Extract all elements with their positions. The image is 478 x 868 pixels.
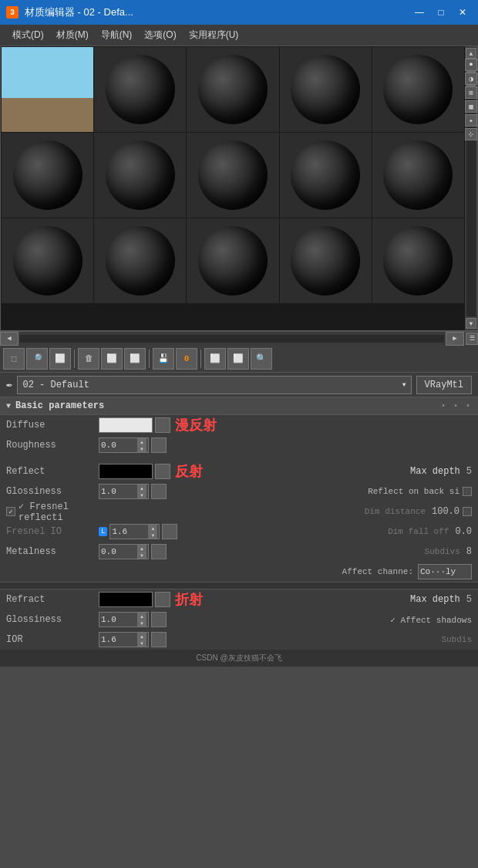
material-type-button[interactable]: VRayMtl — [416, 376, 472, 394]
ior-spin-up[interactable]: ▲ — [137, 633, 146, 640]
minimize-button[interactable]: — — [410, 5, 429, 20]
fresnel-ior-spinbox[interactable]: 1.6 ▲ ▼ — [109, 524, 160, 539]
tool-select[interactable]: ⬜ — [49, 348, 71, 370]
tool-search[interactable]: 🔍 — [251, 348, 272, 370]
preview-cell-2[interactable] — [187, 47, 278, 132]
ior-spin-arrows[interactable]: ▲ ▼ — [137, 633, 146, 647]
watermark: CSDN @灰皮技猫不会飞 — [0, 650, 478, 667]
affect-channel-row: Affect channe: Co···ly — [0, 562, 478, 582]
ior-spin-down[interactable]: ▼ — [137, 640, 146, 647]
scroll-right-button[interactable]: ▶ — [446, 332, 464, 346]
tool-show-preview[interactable]: ⬚ — [3, 348, 25, 370]
scroll-left-button[interactable]: ◀ — [0, 332, 19, 346]
affect-channel-dropdown[interactable]: Co···ly — [418, 564, 472, 579]
scroll-menu-button[interactable]: ☰ — [466, 333, 478, 345]
roughness-map-button[interactable] — [151, 437, 167, 453]
roughness-spin-down[interactable]: ▼ — [137, 445, 146, 452]
menu-material[interactable]: 材质(M) — [50, 26, 95, 44]
side-tool-4[interactable]: ▦ — [465, 100, 477, 113]
preview-scrollbar-vertical[interactable]: ▲ ▼ ● ◑ ⊞ ▦ ✦ ⊹ — [465, 46, 477, 330]
preview-cell-1[interactable] — [94, 47, 186, 132]
reflect-map-button[interactable] — [155, 464, 170, 479]
glossiness-spinbox[interactable]: 1.0 ▲ ▼ — [99, 484, 149, 499]
glossiness-spin-up[interactable]: ▲ — [137, 485, 146, 491]
glossiness2-spin-down[interactable]: ▼ — [137, 620, 146, 627]
fresnel-checkbox[interactable]: ✓ — [6, 507, 15, 516]
glossiness2-map-button[interactable] — [151, 612, 167, 627]
side-tool-2[interactable]: ◑ — [465, 73, 477, 85]
metalness-spin-up[interactable]: ▲ — [137, 545, 146, 552]
title-bar-left: 3 材质编辑器 - 02 - Defa... — [6, 5, 133, 19]
window-controls: — □ ✕ — [410, 5, 472, 20]
fresnel-ior-label: Fresnel IO — [6, 526, 99, 537]
horizontal-scroll[interactable]: ◀ ▶ ☰ — [0, 331, 478, 345]
metalness-spin-arrows[interactable]: ▲ ▼ — [137, 545, 146, 559]
glossiness-map-button[interactable] — [151, 484, 167, 499]
glossiness2-spinbox[interactable]: 1.0 ▲ ▼ — [99, 612, 149, 627]
preview-cell-10[interactable] — [2, 218, 93, 303]
scroll-up-button[interactable]: ▲ — [466, 48, 476, 59]
side-tool-5[interactable]: ✦ — [465, 114, 477, 127]
reflect-color-picker[interactable] — [99, 464, 153, 479]
menu-options[interactable]: 选项(O) — [138, 26, 182, 44]
preview-cell-env[interactable] — [2, 47, 93, 132]
side-tool-1[interactable]: ● — [465, 59, 477, 71]
glossiness2-spin-arrows[interactable]: ▲ ▼ — [137, 613, 146, 627]
preview-cell-11[interactable] — [94, 218, 186, 303]
tool-render[interactable]: ⬜ — [204, 348, 226, 370]
tool-copy[interactable]: ⬜ — [101, 348, 123, 370]
maximize-button[interactable]: □ — [432, 5, 450, 20]
material-name-dropdown[interactable]: 02 - Default ▼ — [17, 376, 411, 394]
reflect-on-back-checkbox[interactable] — [463, 487, 472, 496]
refract-color-picker[interactable] — [99, 592, 153, 607]
preview-cell-5[interactable] — [2, 133, 93, 218]
fresnel-ior-spin-down[interactable]: ▼ — [148, 532, 157, 539]
ior-spinbox[interactable]: 1.6 ▲ ▼ — [99, 632, 149, 647]
diffuse-color-picker[interactable] — [99, 417, 153, 433]
metalness-spinbox[interactable]: 0.0 ▲ ▼ — [99, 544, 149, 559]
preview-cell-13[interactable] — [280, 218, 372, 303]
dim-fall-off-label: Dim fall off — [388, 527, 449, 536]
preview-cell-12[interactable] — [187, 218, 278, 303]
refract-max-depth-value: 5 — [466, 594, 472, 605]
fresnel-ior-spin-arrows[interactable]: ▲ ▼ — [148, 525, 157, 539]
ior-map-button[interactable] — [151, 632, 167, 647]
preview-cell-8[interactable] — [280, 133, 372, 218]
preview-cell-6[interactable] — [94, 133, 186, 218]
menu-mode[interactable]: 模式(D) — [6, 26, 50, 44]
fresnel-ior-spin-up[interactable]: ▲ — [148, 525, 157, 532]
side-tool-3[interactable]: ⊞ — [465, 86, 477, 99]
preview-cell-14[interactable] — [372, 218, 464, 303]
tool-delete[interactable]: 🗑 — [78, 348, 99, 370]
glossiness-spin-down[interactable]: ▼ — [137, 491, 146, 498]
tool-zoom[interactable]: 🔎 — [26, 348, 48, 370]
basic-params-section-header[interactable]: ▼ Basic parameters • • • — [0, 397, 478, 415]
roughness-spin-up[interactable]: ▲ — [137, 438, 146, 445]
menu-navigate[interactable]: 导航(N) — [95, 26, 139, 44]
tool-save[interactable]: 💾 — [153, 348, 174, 370]
dim-distance-value: 100.0 — [432, 506, 459, 517]
roughness-spinbox[interactable]: 0.0 ▲ ▼ — [99, 437, 149, 453]
tool-paste[interactable]: ⬜ — [124, 348, 146, 370]
dim-distance-checkbox[interactable] — [463, 507, 472, 516]
diffuse-map-button[interactable] — [155, 417, 170, 433]
preview-cell-7[interactable] — [187, 133, 278, 218]
roughness-spin-arrows[interactable]: ▲ ▼ — [137, 438, 146, 452]
glossiness-row: Glossiness 1.0 ▲ ▼ Reflect on back si — [0, 481, 478, 502]
preview-cell-4[interactable] — [372, 47, 464, 132]
metalness-map-button[interactable] — [151, 544, 167, 559]
preview-cell-3[interactable] — [280, 47, 372, 132]
menu-utilities[interactable]: 实用程序(U) — [183, 26, 245, 44]
fresnel-ior-map-button[interactable] — [162, 524, 177, 539]
refract-map-button[interactable] — [155, 592, 170, 607]
side-tool-6[interactable]: ⊹ — [465, 128, 477, 140]
close-button[interactable]: ✕ — [453, 5, 472, 20]
scroll-down-button[interactable]: ▼ — [466, 318, 476, 329]
tool-number[interactable]: 0 — [176, 348, 197, 370]
glossiness-spin-arrows[interactable]: ▲ ▼ — [137, 485, 146, 498]
metalness-spin-down[interactable]: ▼ — [137, 552, 146, 559]
preview-cell-9[interactable] — [372, 133, 464, 218]
glossiness2-spin-up[interactable]: ▲ — [137, 613, 146, 620]
tool-viewport[interactable]: ⬜ — [227, 348, 249, 370]
metalness-label: Metalness — [6, 546, 99, 557]
